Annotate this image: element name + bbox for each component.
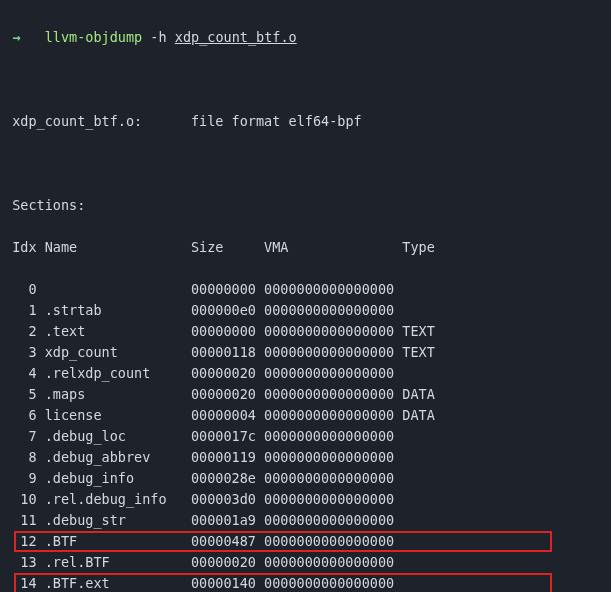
cell-vma: 0000000000000000 — [264, 552, 402, 573]
table-row: 7 .debug_loc0000017c0000000000000000 — [4, 426, 607, 447]
cell-idx: 11 — [12, 510, 36, 531]
cell-name: .relxdp_count — [45, 363, 191, 384]
cell-vma: 0000000000000000 — [264, 489, 402, 510]
cell-vma: 0000000000000000 — [264, 321, 402, 342]
cell-name: .maps — [45, 384, 191, 405]
cell-name: .debug_str — [45, 510, 191, 531]
cell-idx: 0 — [12, 279, 36, 300]
cell-size: 00000118 — [191, 342, 264, 363]
cell-size: 000003d0 — [191, 489, 264, 510]
command-flag: -h — [150, 29, 166, 45]
col-size: Size — [191, 237, 264, 258]
cell-type: DATA — [402, 384, 435, 405]
cell-size: 00000020 — [191, 552, 264, 573]
cell-idx: 6 — [12, 405, 36, 426]
cell-name: .rel.debug_info — [45, 489, 191, 510]
sections-heading: Sections: — [4, 195, 607, 216]
cell-name: .BTF — [45, 531, 191, 552]
table-row: 13 .rel.BTF000000200000000000000000 — [4, 552, 607, 573]
cell-size: 00000020 — [191, 384, 264, 405]
cell-vma: 0000000000000000 — [264, 447, 402, 468]
cell-idx: 1 — [12, 300, 36, 321]
cell-name: xdp_count — [45, 342, 191, 363]
cell-vma: 0000000000000000 — [264, 426, 402, 447]
table-row: 12 .BTF000004870000000000000000 — [4, 531, 607, 552]
blank-line — [4, 153, 607, 174]
command-name: llvm-objdump — [45, 29, 143, 45]
cell-size: 00000004 — [191, 405, 264, 426]
cell-idx: 5 — [12, 384, 36, 405]
cell-idx: 7 — [12, 426, 36, 447]
cell-vma: 0000000000000000 — [264, 384, 402, 405]
cell-size: 00000020 — [191, 363, 264, 384]
table-row: 1 .strtab000000e00000000000000000 — [4, 300, 607, 321]
cell-idx: 14 — [12, 573, 36, 592]
cell-idx: 12 — [12, 531, 36, 552]
cell-size: 0000028e — [191, 468, 264, 489]
cell-name: license — [45, 405, 191, 426]
cell-name: .text — [45, 321, 191, 342]
cell-size: 000001a9 — [191, 510, 264, 531]
cell-name: .debug_abbrev — [45, 447, 191, 468]
cell-vma: 0000000000000000 — [264, 531, 402, 552]
cell-vma: 0000000000000000 — [264, 510, 402, 531]
cell-name: .debug_loc — [45, 426, 191, 447]
cell-vma: 0000000000000000 — [264, 342, 402, 363]
cell-idx: 4 — [12, 363, 36, 384]
cell-name: .strtab — [45, 300, 191, 321]
cell-idx: 2 — [12, 321, 36, 342]
file-summary-line: xdp_count_btf.o: file format elf64-bpf — [4, 111, 607, 132]
table-row: 5 .maps000000200000000000000000DATA — [4, 384, 607, 405]
blank-line — [4, 69, 607, 90]
col-name: Name — [45, 237, 191, 258]
cell-size: 00000487 — [191, 531, 264, 552]
cell-idx: 8 — [12, 447, 36, 468]
cell-vma: 0000000000000000 — [264, 279, 402, 300]
cell-idx: 13 — [12, 552, 36, 573]
cell-size: 00000140 — [191, 573, 264, 592]
cell-type: DATA — [402, 405, 435, 426]
cell-vma: 0000000000000000 — [264, 405, 402, 426]
cell-idx: 10 — [12, 489, 36, 510]
table-row: 2 .text000000000000000000000000TEXT — [4, 321, 607, 342]
cell-name: .BTF.ext — [45, 573, 191, 592]
cell-size: 00000119 — [191, 447, 264, 468]
cell-vma: 0000000000000000 — [264, 573, 402, 592]
col-type: Type — [402, 237, 435, 258]
file-format-label: file format elf64-bpf — [191, 113, 362, 129]
command-line[interactable]: → llvm-objdump -h xdp_count_btf.o — [4, 27, 607, 48]
cell-idx: 9 — [12, 468, 36, 489]
cell-size: 00000000 — [191, 279, 264, 300]
cell-size: 0000017c — [191, 426, 264, 447]
table-row: 10 .rel.debug_info000003d000000000000000… — [4, 489, 607, 510]
cell-vma: 0000000000000000 — [264, 300, 402, 321]
cell-vma: 0000000000000000 — [264, 363, 402, 384]
cell-vma: 0000000000000000 — [264, 468, 402, 489]
table-row: 14 .BTF.ext000001400000000000000000 — [4, 573, 607, 592]
sections-column-header: Idx NameSizeVMAType — [4, 237, 607, 258]
table-row: 11 .debug_str000001a90000000000000000 — [4, 510, 607, 531]
cell-type: TEXT — [402, 342, 435, 363]
table-row: 4 .relxdp_count000000200000000000000000 — [4, 363, 607, 384]
table-row: 6 license000000040000000000000000DATA — [4, 405, 607, 426]
table-row: 0 000000000000000000000000 — [4, 279, 607, 300]
col-vma: VMA — [264, 237, 402, 258]
cell-name: .debug_info — [45, 468, 191, 489]
cell-size: 00000000 — [191, 321, 264, 342]
table-row: 9 .debug_info0000028e0000000000000000 — [4, 468, 607, 489]
command-argument: xdp_count_btf.o — [175, 29, 297, 45]
table-row: 8 .debug_abbrev000001190000000000000000 — [4, 447, 607, 468]
cell-size: 000000e0 — [191, 300, 264, 321]
cell-idx: 3 — [12, 342, 36, 363]
object-filename: xdp_count_btf.o: — [12, 113, 142, 129]
sections-table-body: 0 000000000000000000000000 1 .strtab0000… — [4, 279, 607, 592]
cell-name: .rel.BTF — [45, 552, 191, 573]
col-idx: Idx — [12, 237, 36, 258]
table-row: 3 xdp_count000001180000000000000000TEXT — [4, 342, 607, 363]
cell-type: TEXT — [402, 321, 435, 342]
terminal-output: → llvm-objdump -h xdp_count_btf.o xdp_co… — [0, 0, 611, 592]
prompt-arrow-icon: → — [12, 29, 20, 45]
